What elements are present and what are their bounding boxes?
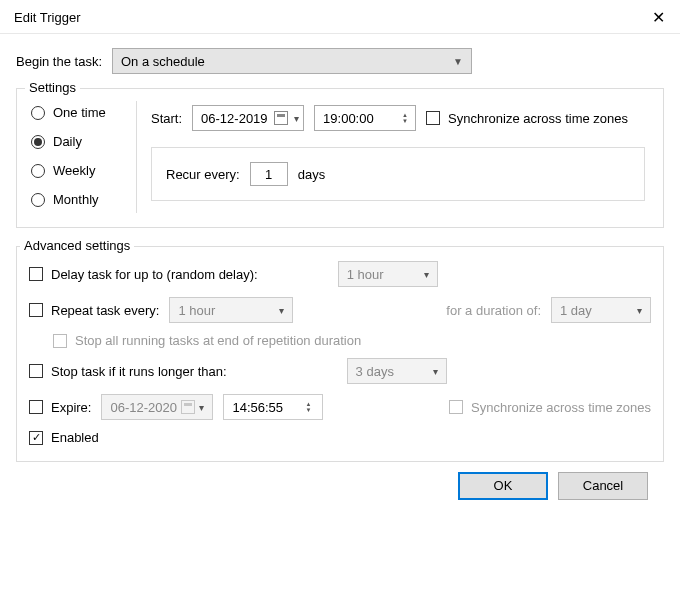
checkbox-icon xyxy=(449,400,463,414)
recur-value-field[interactable]: 1 xyxy=(250,162,288,186)
calendar-icon xyxy=(274,111,288,125)
frequency-column: One time Daily Weekly Monthly xyxy=(29,101,137,213)
radio-one-time[interactable]: One time xyxy=(31,105,136,120)
recur-label: Recur every: xyxy=(166,167,240,182)
stop-longer-label: Stop task if it runs longer than: xyxy=(51,364,227,379)
settings-legend: Settings xyxy=(25,80,80,95)
advanced-group: Advanced settings Delay task for up to (… xyxy=(16,246,664,462)
sync-timezones-row[interactable]: Synchronize across time zones xyxy=(426,111,628,126)
enabled-label: Enabled xyxy=(51,430,99,445)
chevron-down-icon: ▾ xyxy=(279,305,284,316)
radio-icon xyxy=(31,164,45,178)
radio-icon xyxy=(31,106,45,120)
calendar-icon xyxy=(181,400,195,414)
checkbox-icon xyxy=(29,267,43,281)
duration-label: for a duration of: xyxy=(446,303,541,318)
close-icon[interactable]: ✕ xyxy=(646,8,670,27)
radio-icon xyxy=(31,193,45,207)
ok-button[interactable]: OK xyxy=(458,472,548,500)
chevron-down-icon: ▾ xyxy=(199,402,204,413)
spinner-icon[interactable]: ▲▼ xyxy=(399,112,411,124)
stop-longer-value: 3 days xyxy=(356,364,394,379)
radio-icon xyxy=(31,135,45,149)
repeat-combo: 1 hour ▾ xyxy=(169,297,293,323)
begin-task-value: On a schedule xyxy=(121,54,205,69)
repeat-label: Repeat task every: xyxy=(51,303,159,318)
checkbox-icon xyxy=(53,334,67,348)
stop-longer-combo: 3 days ▾ xyxy=(347,358,447,384)
dialog-content: Begin the task: On a schedule ▼ Settings… xyxy=(0,34,680,510)
checkbox-icon: ✓ xyxy=(29,431,43,445)
titlebar: Edit Trigger ✕ xyxy=(0,0,680,34)
expire-date-field: 06-12-2020 ▾ xyxy=(101,394,213,420)
start-date-value: 06-12-2019 xyxy=(201,111,268,126)
stop-longer-checkbox-row[interactable]: Stop task if it runs longer than: xyxy=(29,364,227,379)
chevron-down-icon: ▾ xyxy=(637,305,642,316)
begin-task-label: Begin the task: xyxy=(16,54,102,69)
radio-weekly[interactable]: Weekly xyxy=(31,163,136,178)
checkbox-icon xyxy=(426,111,440,125)
start-time-field[interactable]: 19:00:00 ▲▼ xyxy=(314,105,416,131)
repeat-checkbox-row[interactable]: Repeat task every: xyxy=(29,303,159,318)
radio-label: Monthly xyxy=(53,192,99,207)
delay-label: Delay task for up to (random delay): xyxy=(51,267,258,282)
duration-combo: 1 day ▾ xyxy=(551,297,651,323)
sync-label: Synchronize across time zones xyxy=(448,111,628,126)
duration-value: 1 day xyxy=(560,303,592,318)
checkbox-icon xyxy=(29,400,43,414)
start-date-field[interactable]: 06-12-2019 ▾ xyxy=(192,105,304,131)
expire-label: Expire: xyxy=(51,400,91,415)
checkbox-icon xyxy=(29,303,43,317)
delay-checkbox-row[interactable]: Delay task for up to (random delay): xyxy=(29,267,258,282)
begin-task-dropdown[interactable]: On a schedule ▼ xyxy=(112,48,472,74)
start-label: Start: xyxy=(151,111,182,126)
chevron-down-icon: ▼ xyxy=(453,56,463,67)
dialog-footer: OK Cancel xyxy=(16,462,664,500)
expire-sync-label: Synchronize across time zones xyxy=(471,400,651,415)
radio-label: One time xyxy=(53,105,106,120)
recur-group: Recur every: 1 days xyxy=(151,147,645,201)
chevron-down-icon: ▾ xyxy=(424,269,429,280)
recur-unit: days xyxy=(298,167,325,182)
start-column: Start: 06-12-2019 ▾ 19:00:00 ▲▼ Synchron… xyxy=(137,101,651,213)
chevron-down-icon: ▾ xyxy=(294,113,299,124)
expire-sync-row: Synchronize across time zones xyxy=(449,400,651,415)
chevron-down-icon: ▾ xyxy=(433,366,438,377)
enabled-checkbox-row[interactable]: ✓ Enabled xyxy=(29,430,99,445)
delay-value: 1 hour xyxy=(347,267,384,282)
radio-label: Weekly xyxy=(53,163,95,178)
stop-repeat-checkbox-row: Stop all running tasks at end of repetit… xyxy=(53,333,361,348)
spinner-icon: ▲▼ xyxy=(302,401,314,413)
stop-repeat-label: Stop all running tasks at end of repetit… xyxy=(75,333,361,348)
expire-time-field: 14:56:55 ▲▼ xyxy=(223,394,323,420)
radio-label: Daily xyxy=(53,134,82,149)
expire-time-value: 14:56:55 xyxy=(232,400,283,415)
checkbox-icon xyxy=(29,364,43,378)
expire-date-value: 06-12-2020 xyxy=(110,400,177,415)
advanced-legend: Advanced settings xyxy=(20,238,134,253)
settings-group: Settings One time Daily Weekly Monthly xyxy=(16,88,664,228)
window-title: Edit Trigger xyxy=(14,10,80,25)
recur-value: 1 xyxy=(265,167,272,182)
delay-combo: 1 hour ▾ xyxy=(338,261,438,287)
radio-monthly[interactable]: Monthly xyxy=(31,192,136,207)
start-time-value: 19:00:00 xyxy=(323,111,393,126)
expire-checkbox-row[interactable]: Expire: xyxy=(29,400,91,415)
radio-daily[interactable]: Daily xyxy=(31,134,136,149)
repeat-value: 1 hour xyxy=(178,303,215,318)
begin-task-row: Begin the task: On a schedule ▼ xyxy=(16,48,664,74)
cancel-button[interactable]: Cancel xyxy=(558,472,648,500)
